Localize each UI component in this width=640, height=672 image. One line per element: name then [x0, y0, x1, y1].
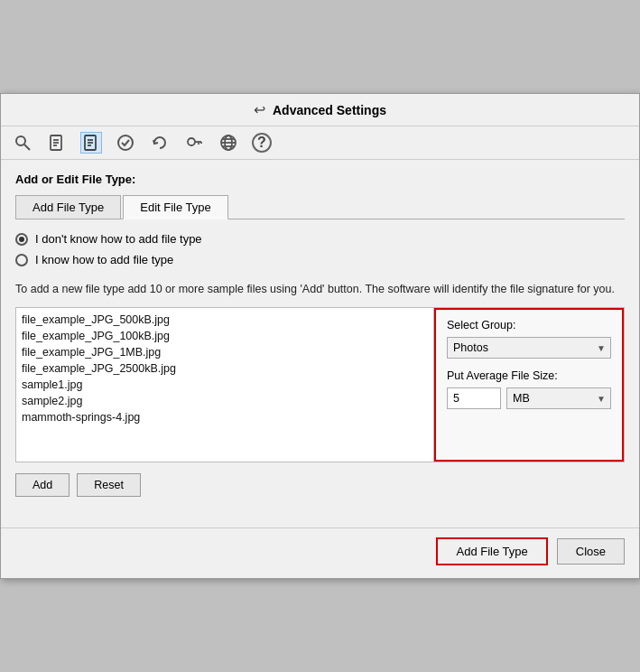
radio-know[interactable]: I know how to add file type: [15, 253, 625, 266]
window-title: Advanced Settings: [273, 103, 386, 117]
file-size-row: MB KB GB ▼: [447, 387, 611, 409]
radio-circle-1: [15, 233, 28, 246]
footer: Add File Type Close: [1, 527, 639, 578]
svg-line-1: [24, 145, 30, 150]
main-window: ↩ Advanced Settings: [0, 93, 640, 579]
list-item: file_example_JPG_2500kB.jpg: [22, 360, 428, 377]
main-area: file_example_JPG_500kB.jpg file_example_…: [15, 307, 625, 462]
file-size-input[interactable]: [447, 387, 501, 409]
radio-circle-2: [15, 254, 28, 266]
svg-point-11: [188, 138, 195, 145]
document-active-icon[interactable]: [80, 132, 102, 154]
right-panel: Select Group: Photos Documents Videos Au…: [434, 308, 624, 462]
svg-point-0: [16, 136, 25, 145]
list-item: sample1.jpg: [22, 377, 428, 393]
search-icon[interactable]: [12, 132, 33, 154]
svg-point-10: [118, 135, 133, 150]
key-icon[interactable]: [183, 132, 205, 154]
help-icon[interactable]: ?: [252, 133, 272, 153]
close-button[interactable]: Close: [557, 538, 625, 565]
add-button[interactable]: Add: [15, 473, 70, 497]
title-bar: ↩ Advanced Settings: [1, 94, 639, 126]
globe-icon[interactable]: [218, 132, 239, 154]
select-group-label: Select Group:: [447, 319, 611, 331]
tab-edit-file-type[interactable]: Edit File Type: [123, 195, 228, 219]
size-unit-dropdown[interactable]: MB KB GB: [506, 387, 611, 409]
file-size-label: Put Average File Size:: [447, 369, 611, 382]
content-area: Add or Edit File Type: Add File Type Edi…: [1, 160, 639, 527]
add-file-type-button[interactable]: Add File Type: [436, 537, 547, 565]
tab-add-file-type[interactable]: Add File Type: [15, 195, 121, 219]
list-item: file_example_JPG_100kB.jpg: [22, 328, 428, 344]
file-list[interactable]: file_example_JPG_500kB.jpg file_example_…: [16, 308, 433, 462]
toolbar: ?: [1, 126, 639, 160]
group-dropdown[interactable]: Photos Documents Videos Audio Archives: [447, 337, 611, 359]
refresh-icon[interactable]: [149, 132, 171, 154]
list-item: file_example_JPG_1MB.jpg: [22, 344, 428, 360]
radio-label-2: I know how to add file type: [35, 253, 173, 266]
reset-button[interactable]: Reset: [77, 473, 141, 497]
radio-label-1: I don't know how to add file type: [35, 232, 202, 246]
size-unit-wrapper: MB KB GB ▼: [506, 387, 611, 409]
description-text: To add a new file type add 10 or more sa…: [15, 281, 625, 298]
tabs-container: Add File Type Edit File Type: [15, 195, 625, 219]
list-item: file_example_JPG_500kB.jpg: [22, 312, 428, 328]
list-item: sample2.jpg: [22, 393, 428, 409]
section-title: Add or Edit File Type:: [15, 173, 625, 186]
group-dropdown-wrapper: Photos Documents Videos Audio Archives ▼: [447, 337, 611, 359]
file-list-container: file_example_JPG_500kB.jpg file_example_…: [16, 308, 434, 462]
button-row: Add Reset: [15, 473, 625, 497]
document-list-icon[interactable]: [46, 132, 68, 154]
back-arrow-icon[interactable]: ↩: [254, 101, 265, 118]
list-item: mammoth-springs-4.jpg: [22, 409, 428, 425]
radio-group: I don't know how to add file type I know…: [15, 232, 625, 266]
checkmark-icon[interactable]: [115, 132, 136, 154]
radio-dont-know[interactable]: I don't know how to add file type: [15, 232, 625, 246]
